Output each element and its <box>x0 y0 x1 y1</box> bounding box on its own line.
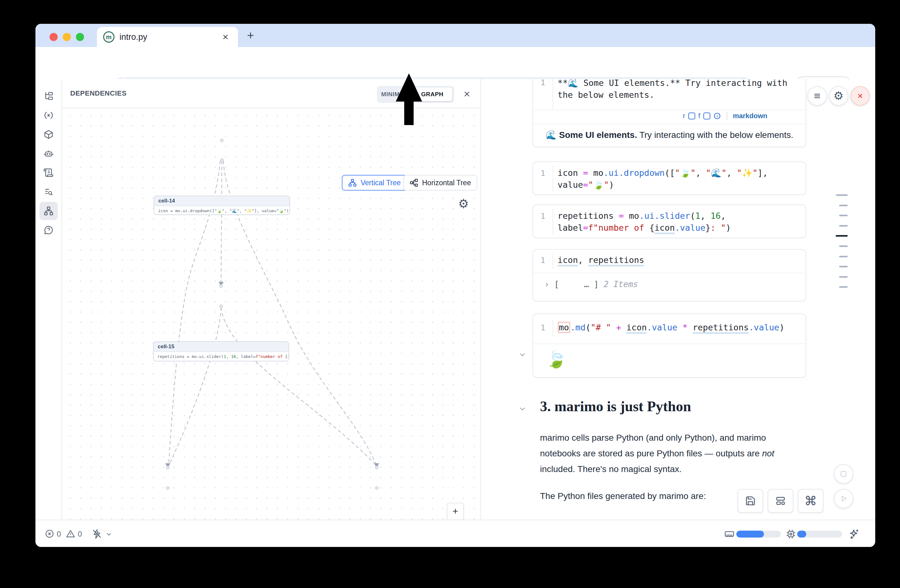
hamburger-menu-icon <box>813 91 822 101</box>
package-cube-icon <box>43 130 54 139</box>
info-circle-icon[interactable] <box>714 112 721 120</box>
run-button[interactable] <box>834 489 853 508</box>
horizontal-tree-button[interactable]: Horizontal Tree <box>403 175 477 190</box>
new-tab-button[interactable] <box>245 30 256 40</box>
code-cell-slider[interactable]: 1 repetitions = mo.ui.slider(1, 16, labe… <box>532 204 806 238</box>
collapse-chevron-icon[interactable] <box>518 350 527 359</box>
command-icon: ⌘ <box>804 494 817 508</box>
cpu-progress-bar <box>797 531 842 537</box>
code-line[interactable]: icon = mo.ui.dropdown(["🍃", "🌊", "✨"], <box>557 167 768 179</box>
minimap-cell-marker[interactable] <box>839 266 848 267</box>
code-line[interactable]: mo.md("# " + icon.value * repetitions.va… <box>557 322 784 334</box>
code-cell-md-output[interactable]: 1 mo.md("# " + icon.value * repetitions.… <box>532 313 806 378</box>
vertical-tree-label: Vertical Tree <box>361 179 401 187</box>
graph-node-cell-14[interactable]: cell-14 icon = mo.ui.dropdown(["🍃", "🌊",… <box>154 196 290 215</box>
tab-title: intro.py <box>119 27 147 47</box>
save-button[interactable] <box>737 489 763 513</box>
memory-usage-indicator[interactable] <box>724 529 735 539</box>
code-line[interactable]: icon, repetitions <box>557 254 644 266</box>
collapsed-output[interactable]: › [ … ] 2 Items <box>545 280 638 289</box>
status-bar: 0 0 <box>36 520 875 547</box>
code-cell-tuple[interactable]: 1 icon, repetitions › [ … ] 2 Items <box>532 249 806 302</box>
play-icon <box>839 494 848 503</box>
code-line[interactable]: repetitions = mo.ui.slider(1, 16, <box>557 210 726 222</box>
horizontal-tree-icon <box>410 178 418 187</box>
shortcut-run-label: r <box>683 112 685 120</box>
errors-indicator[interactable] <box>45 529 54 539</box>
list-search-icon <box>43 187 54 197</box>
minimap-cell-marker[interactable] <box>839 225 848 227</box>
panel-close-icon[interactable] <box>461 88 473 100</box>
graph-node-cell-15[interactable]: cell-15 repetitions = mo.ui.slider(1, 16… <box>153 341 289 361</box>
marimo-favicon-icon: m <box>103 31 115 43</box>
graph-canvas[interactable]: Vertical Tree Horizontal Tree ⚙ cell-14 … <box>62 108 480 520</box>
chevron-down-icon[interactable] <box>105 530 113 538</box>
tab-close-icon[interactable] <box>221 32 230 41</box>
vertical-tree-button[interactable]: Vertical Tree <box>342 175 407 190</box>
minimize-traffic-light[interactable] <box>63 33 71 41</box>
memory-progress-fill <box>736 531 764 537</box>
robot-icon <box>43 149 54 159</box>
minimap-cell-marker[interactable] <box>839 215 848 216</box>
markdown-cell[interactable]: 1 **🌊 Some UI elements.** Try interactin… <box>532 79 806 147</box>
sidebar-item-packages[interactable] <box>39 125 58 144</box>
file-tree-icon <box>43 91 54 101</box>
minimap-cell-marker[interactable] <box>836 194 848 196</box>
minimap-cell-marker[interactable] <box>839 205 848 206</box>
minimap-cell-marker-active[interactable] <box>836 235 848 237</box>
code-line[interactable]: label=f"number of {icon.value}: ") <box>557 222 731 234</box>
minimap-cell-marker[interactable] <box>839 256 848 257</box>
code-cell-dropdown[interactable]: 1 icon = mo.ui.dropdown(["🍃", "🌊", "✨"],… <box>532 161 806 195</box>
notebook-menu-button[interactable] <box>807 86 827 106</box>
expand-chevron-icon[interactable]: › <box>545 280 549 289</box>
maximize-traffic-light[interactable] <box>76 33 84 41</box>
run-key-icon[interactable] <box>688 113 695 119</box>
zoom-in-icon[interactable] <box>447 503 463 519</box>
app-sidebar <box>36 79 62 520</box>
graph-zoom-controls <box>447 503 464 520</box>
shortcut-format-label: f <box>698 112 700 120</box>
layout-toggle-button[interactable] <box>768 489 793 513</box>
close-window-traffic-light[interactable] <box>50 33 58 41</box>
code-line[interactable]: **🌊 Some UI elements.** Try interacting … <box>557 79 787 89</box>
vertical-tree-icon <box>348 178 357 187</box>
sidebar-item-dependency-graph[interactable] <box>39 202 58 220</box>
line-number: 1 <box>541 169 545 178</box>
leaf-emoji-output: 🍃 <box>546 349 566 369</box>
section-collapse-chevron-icon[interactable] <box>518 404 527 413</box>
warnings-indicator[interactable] <box>65 529 76 539</box>
annotation-arrow <box>394 73 424 126</box>
keyboard-shortcuts-button[interactable]: ⌘ <box>798 489 824 513</box>
minimap-cell-marker[interactable] <box>839 276 848 278</box>
help-icon <box>43 225 54 235</box>
browser-tab[interactable]: m intro.py <box>97 27 238 47</box>
cpu-icon <box>785 529 796 539</box>
browser-toolbar: localhost:2718 Guest <box>36 47 875 79</box>
autorun-disabled-button[interactable] <box>91 528 102 539</box>
panel-title: DEPENDENCIES <box>70 79 127 108</box>
ai-sparkles-button[interactable] <box>848 528 860 540</box>
warnings-count: 0 <box>78 530 82 538</box>
section-paragraph: marimo cells parse Python (and only Pyth… <box>540 430 800 477</box>
sidebar-item-help[interactable] <box>39 221 58 239</box>
minimap-cell-marker[interactable] <box>839 245 848 247</box>
code-line[interactable]: value="🍃") <box>557 179 614 191</box>
sidebar-item-ai-assistant[interactable] <box>39 144 58 162</box>
scroll-icon <box>43 168 54 178</box>
gear-icon: ⚙ <box>833 89 844 102</box>
cpu-usage-indicator[interactable] <box>785 529 796 539</box>
code-line[interactable]: the below elements. <box>557 89 655 101</box>
sidebar-item-logs[interactable] <box>39 183 58 201</box>
graph-settings-gear-icon[interactable]: ⚙ <box>456 197 470 210</box>
format-key-icon[interactable] <box>703 113 710 119</box>
minimap-cell-marker[interactable] <box>839 286 848 288</box>
sidebar-item-snippets[interactable] <box>39 164 58 182</box>
sidebar-item-file-explorer[interactable] <box>39 87 58 105</box>
stop-button[interactable] <box>834 464 853 484</box>
notebook-settings-button[interactable]: ⚙ <box>829 86 848 106</box>
notebook-panel: 1 **🌊 Some UI elements.** Try interactin… <box>480 79 875 520</box>
language-mode-label[interactable]: markdown <box>733 112 767 120</box>
shutdown-button[interactable] <box>850 86 870 106</box>
markdown-output: 🌊 Some UI elements. Try interacting with… <box>546 130 793 140</box>
sidebar-item-variables[interactable] <box>39 106 58 124</box>
